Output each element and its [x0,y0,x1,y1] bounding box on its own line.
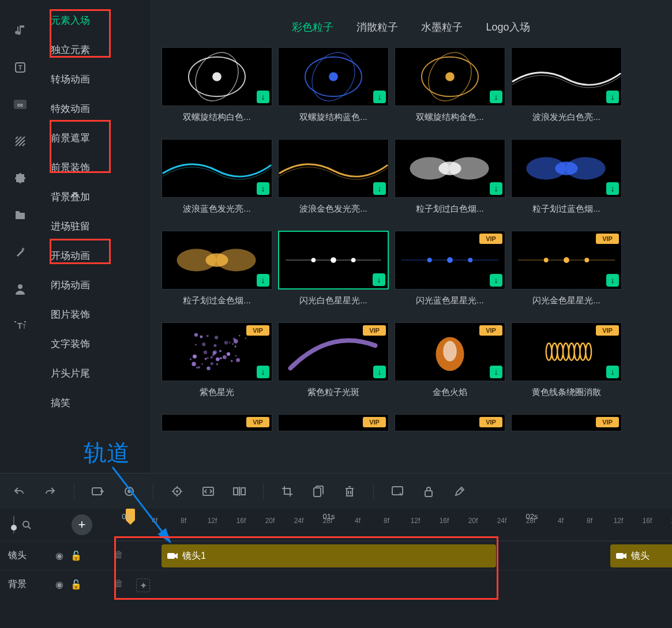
category-item[interactable]: 背景叠加 [40,182,150,212]
download-icon[interactable]: ↓ [490,91,502,103]
asset-thumbnail[interactable]: VIP↓ [511,322,622,381]
asset-card[interactable]: ↓粒子划过蓝色烟... [511,139,622,223]
typography-icon[interactable]: TT [13,318,28,333]
undo-button[interactable] [12,484,27,499]
download-icon[interactable]: ↓ [490,274,502,287]
crop-button[interactable] [280,484,295,499]
person-icon[interactable] [13,281,28,296]
download-icon[interactable]: ↓ [257,274,269,287]
asset-card[interactable]: ↓粒子划过金色烟... [162,231,272,314]
add-track-button[interactable]: + [72,514,92,535]
folder-icon[interactable] [13,208,28,223]
wand-icon[interactable] [13,245,28,260]
category-item[interactable]: 文字装饰 [40,329,150,359]
asset-thumbnail[interactable]: ↓ [278,139,389,198]
asset-thumbnail[interactable]: ↓ [511,47,622,106]
asset-card[interactable]: ↓粒子划过白色烟... [395,139,505,223]
text-icon[interactable]: T [13,60,28,75]
download-icon[interactable]: ↓ [257,91,269,103]
filter-tab[interactable]: 消散粒子 [356,20,398,34]
asset-card[interactable]: ↓双螺旋结构白色... [162,47,272,131]
trash-icon[interactable]: 🗑 [114,550,123,560]
asset-card[interactable]: VIP↓紫色粒子光斑 [278,322,389,406]
download-icon[interactable]: ↓ [490,182,502,195]
download-icon[interactable]: ↓ [490,366,502,378]
download-icon[interactable]: ↓ [606,182,619,195]
download-icon[interactable]: ↓ [373,182,386,195]
lock-icon[interactable]: 🔓 [70,579,82,590]
category-item[interactable]: 图片装饰 [40,300,150,329]
asset-card[interactable]: VIP↓闪光金色星星光... [511,231,622,314]
asset-thumbnail[interactable]: ↓ [278,231,389,289]
download-icon[interactable]: ↓ [606,274,619,287]
asset-card[interactable]: VIP↓紫色星光 [162,322,272,406]
asset-thumbnail[interactable]: ↓ [395,139,505,198]
filter-tab[interactable]: 水墨粒子 [421,20,463,34]
visibility-icon[interactable]: ◉ [55,550,63,561]
redo-button[interactable] [43,484,58,499]
download-icon[interactable]: ↓ [373,91,386,103]
time-ruler[interactable]: 0s01s02s4f8f12f16f20f24f28f4f8f12f16f20f… [115,509,672,541]
clip-shot-1[interactable]: 镜头1 [162,544,496,567]
asset-thumbnail[interactable]: VIP↓ [395,231,505,289]
cc-icon[interactable]: cc [13,97,28,112]
lock-icon[interactable]: 🔓 [70,550,82,561]
category-item[interactable]: 独立元素 [40,35,150,65]
target-button[interactable] [170,484,185,499]
asset-card[interactable]: VIP↓黄色线条绕圈消散 [511,322,622,406]
asset-thumbnail[interactable]: ↓ [162,231,272,289]
asset-card[interactable]: VIP↓金色火焰 [395,322,505,406]
music-icon[interactable] [13,23,28,38]
asset-card[interactable]: ↓双螺旋结构蓝色... [278,47,389,131]
mask-button[interactable] [390,484,405,499]
category-item[interactable]: 片头片尾 [40,359,150,388]
category-item[interactable]: 进场驻留 [40,212,150,241]
category-item[interactable]: 前景装饰 [40,153,150,182]
zoom-control[interactable] [10,516,31,533]
asset-thumbnail[interactable]: ↓ [395,47,505,106]
clip-shot-2[interactable]: 镜头 [610,544,672,567]
delete-button[interactable] [342,484,357,499]
category-item[interactable]: 搞笑 [40,388,150,418]
asset-thumbnail[interactable]: ↓ [162,139,272,198]
lock-button[interactable] [421,484,436,499]
download-icon[interactable]: ↓ [606,91,619,103]
category-item[interactable]: 特效动画 [40,94,150,123]
category-item[interactable]: 前景遮罩 [40,123,150,153]
code-button[interactable] [201,484,216,499]
asset-thumbnail[interactable]: ↓ [278,47,389,106]
edit-button[interactable] [452,484,467,499]
download-icon[interactable]: ↓ [257,182,269,195]
asset-card[interactable]: ↓波浪金色发光亮... [278,139,389,223]
asset-thumbnail[interactable]: ↓ [511,139,622,198]
category-item[interactable]: 元素入场 [40,6,150,35]
filter-tab[interactable]: Logo入场 [486,20,530,34]
download-icon[interactable]: ↓ [373,273,385,286]
filter-tab[interactable]: 彩色粒子 [292,20,333,34]
download-icon[interactable]: ↓ [606,366,619,378]
visibility-icon[interactable]: ◉ [55,579,63,590]
puzzle-icon[interactable] [13,171,28,186]
add-clip-placeholder[interactable]: ✦ [136,578,150,592]
download-icon[interactable]: ↓ [257,366,269,378]
asset-thumbnail[interactable]: VIP↓ [395,322,505,381]
mirror-button[interactable] [232,484,247,499]
category-item[interactable]: 开场动画 [40,241,150,270]
copy-button[interactable] [311,484,326,499]
asset-thumbnail[interactable]: VIP↓ [511,231,622,289]
trash-icon[interactable]: 🗑 [114,578,123,589]
pattern-icon[interactable] [13,134,28,149]
asset-card[interactable]: ↓波浪发光白色亮... [511,47,622,131]
download-icon[interactable]: ↓ [373,366,386,378]
category-item[interactable]: 闭场动画 [40,270,150,300]
asset-card[interactable]: VIP↓闪光蓝色星星光... [395,231,505,314]
asset-thumbnail[interactable]: ↓ [162,47,272,106]
add-clip-button[interactable] [91,484,106,499]
asset-card[interactable]: ↓双螺旋结构金色... [395,47,505,131]
asset-card[interactable]: ↓闪光白色星星光... [278,231,389,314]
asset-thumbnail[interactable]: VIP↓ [278,322,389,381]
keyframe-button[interactable] [122,484,137,499]
asset-thumbnail[interactable]: VIP↓ [162,322,272,381]
asset-card[interactable]: ↓波浪蓝色发光亮... [162,139,272,223]
category-item[interactable]: 转场动画 [40,65,150,94]
